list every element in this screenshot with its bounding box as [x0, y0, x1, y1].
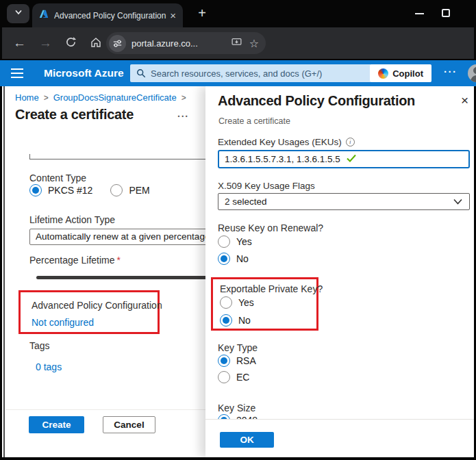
tab-search-button[interactable] — [7, 4, 29, 23]
radio-pem[interactable]: PEM — [110, 184, 149, 196]
header-more-icon[interactable]: ··· — [444, 66, 458, 77]
key-type-label: Key Type — [218, 342, 258, 353]
exportable-key-label: Exportable Private Key? — [220, 283, 323, 294]
advanced-policy-panel: Advanced Policy Configuration × Create a… — [205, 86, 474, 457]
radio-pkcs12-icon[interactable] — [29, 184, 42, 196]
ekus-label: Extended Key Usages (EKUs) i — [218, 137, 355, 147]
reuse-key-yes[interactable]: Yes — [218, 235, 252, 248]
reuse-yes-label: Yes — [236, 236, 252, 247]
azure-brand[interactable]: Microsoft Azure — [44, 67, 124, 79]
window-maximize-button[interactable] — [442, 9, 450, 17]
azure-search-bar[interactable]: Search resources, services, and docs (G+… — [130, 64, 431, 82]
reuse-key-label: Reuse Key on Renewal? — [218, 222, 323, 233]
panel-close-icon[interactable]: × — [461, 93, 468, 108]
rsa-label: RSA — [236, 355, 256, 366]
breadcrumb-separator: > — [44, 93, 49, 103]
breadcrumb: Home>GroupDocsSignatureCertificate> — [15, 92, 191, 103]
chevron-down-icon — [14, 8, 23, 20]
content-type-label: Content Type — [29, 172, 86, 183]
copilot-button[interactable]: Copilot — [370, 64, 431, 82]
copilot-icon — [378, 68, 388, 79]
exportable-no-radio-icon[interactable] — [220, 314, 232, 327]
browser-toolbar: ← → portal.azure.co... ☆ — [2, 27, 474, 60]
breadcrumb-separator: > — [181, 93, 186, 103]
browser-window: Advanced Policy Configuration × + ← → po… — [0, 0, 476, 460]
info-icon[interactable]: i — [346, 138, 355, 146]
browser-tab[interactable]: Advanced Policy Configuration × — [32, 3, 183, 27]
ec-label: EC — [236, 372, 249, 383]
required-asterisk: * — [117, 255, 121, 266]
azure-header: Microsoft Azure Search resources, servic… — [0, 60, 476, 86]
rsa-radio-icon[interactable] — [218, 355, 230, 367]
key-type-rsa[interactable]: RSA — [218, 355, 256, 367]
panel-footer: OK — [205, 419, 474, 457]
tags-link[interactable]: 0 tags — [36, 361, 62, 372]
back-icon[interactable]: ← — [13, 36, 26, 51]
exportable-yes-label: Yes — [238, 297, 254, 308]
lifetime-action-type-label: Lifetime Action Type — [29, 214, 115, 225]
url-text: portal.azure.co... — [131, 38, 231, 49]
reuse-key-no[interactable]: No — [218, 253, 249, 265]
reload-icon[interactable] — [65, 36, 77, 51]
tab-strip: Advanced Policy Configuration × + — [0, 0, 476, 27]
page-content: Home>GroupDocsSignatureCertificate> Crea… — [2, 86, 474, 457]
key-usage-flags-value: 2 selected — [225, 196, 453, 207]
content-type-radio-group: PKCS #12 PEM — [29, 184, 150, 196]
breadcrumb-cert-link[interactable]: GroupDocsSignatureCertificate — [53, 92, 177, 103]
forward-icon[interactable]: → — [39, 36, 52, 51]
ekus-input[interactable]: 1.3.6.1.5.5.7.3.1, 1.3.6.1.5.5.7.3.2 — [218, 150, 470, 168]
valid-check-icon — [347, 154, 463, 164]
chevron-down-icon — [453, 199, 462, 205]
tags-label: Tags — [29, 340, 50, 351]
radio-pkcs12-label: PKCS #12 — [48, 185, 92, 196]
exportable-no[interactable]: No — [220, 314, 251, 327]
search-placeholder: Search resources, services, and docs (G+… — [151, 68, 370, 79]
install-app-icon[interactable] — [231, 36, 242, 51]
create-button[interactable]: Create — [29, 416, 84, 433]
ec-radio-icon[interactable] — [218, 371, 230, 383]
partial-text-input[interactable] — [29, 154, 207, 159]
tab-title: Advanced Policy Configuration — [54, 11, 167, 21]
hamburger-menu-icon[interactable] — [11, 68, 23, 81]
search-icon — [136, 68, 146, 78]
ok-button[interactable]: OK — [220, 432, 274, 448]
key-usage-flags-label: X.509 Key Usage Flags — [218, 181, 315, 191]
copilot-label: Copilot — [392, 68, 423, 79]
exportable-key-highlight-box: Exportable Private Key? Yes No — [211, 277, 318, 331]
key-type-ec[interactable]: EC — [218, 371, 249, 383]
key-size-label: Key Size — [218, 402, 255, 413]
lifetime-action-type-value: Automatically renew at a given percentag… — [30, 229, 206, 242]
azure-favicon — [39, 10, 49, 22]
avatar[interactable] — [468, 64, 476, 82]
key-usage-flags-dropdown[interactable]: 2 selected — [218, 193, 470, 210]
radio-pkcs12[interactable]: PKCS #12 — [29, 184, 92, 196]
ekus-value: 1.3.6.1.5.5.7.3.1, 1.3.6.1.5.5.7.3.2 — [225, 154, 341, 164]
advanced-policy-label: Advanced Policy Configuration — [32, 300, 162, 311]
site-settings-icon[interactable] — [109, 35, 126, 52]
address-bar[interactable]: portal.azure.co... ☆ — [106, 32, 266, 54]
page-more-icon[interactable]: ··· — [177, 111, 189, 122]
radio-pem-label: PEM — [129, 185, 149, 196]
reuse-no-radio-icon[interactable] — [218, 253, 230, 265]
exportable-no-label: No — [238, 315, 251, 326]
new-tab-button[interactable]: + — [194, 5, 210, 22]
exportable-yes-radio-icon[interactable] — [220, 296, 232, 309]
window-edge-artifact — [2, 86, 5, 457]
panel-title: Advanced Policy Configuration — [218, 93, 415, 109]
tab-close-icon[interactable]: × — [170, 10, 176, 21]
radio-pem-icon[interactable] — [110, 184, 123, 196]
cancel-button[interactable]: Cancel — [103, 416, 155, 433]
exportable-yes[interactable]: Yes — [220, 296, 254, 309]
reuse-yes-radio-icon[interactable] — [218, 235, 230, 248]
bookmark-star-icon[interactable]: ☆ — [249, 37, 259, 50]
reuse-no-label: No — [236, 253, 249, 264]
home-icon[interactable] — [90, 36, 102, 52]
window-minimize-button[interactable] — [415, 13, 424, 14]
not-configured-link[interactable]: Not configured — [32, 317, 94, 328]
advanced-policy-highlight-box: Advanced Policy Configuration Not config… — [18, 290, 160, 334]
breadcrumb-home-link[interactable]: Home — [15, 92, 39, 103]
percentage-lifetime-slider[interactable] — [36, 276, 207, 279]
form-footer: Create Cancel — [2, 409, 205, 457]
lifetime-action-type-dropdown[interactable]: Automatically renew at a given percentag… — [29, 229, 207, 245]
percentage-lifetime-label: Percentage Lifetime* — [29, 255, 121, 266]
